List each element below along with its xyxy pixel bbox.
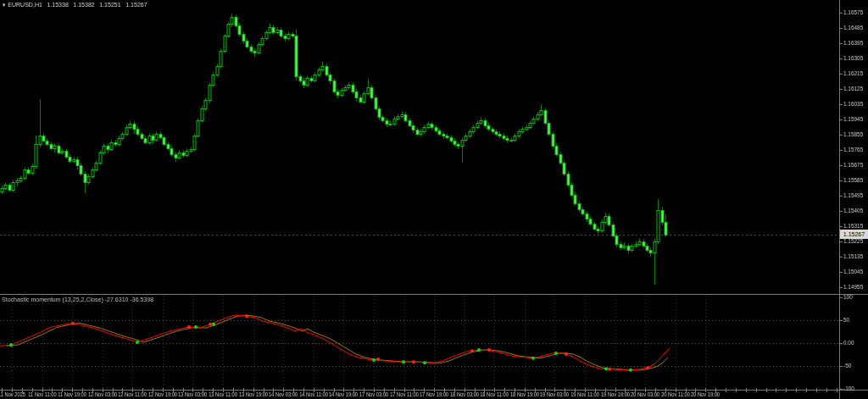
price-axis-label: 1.16395 (843, 40, 863, 46)
indicator-value-1: -27.6310 (105, 296, 129, 303)
price-axis-label: 1.15945 (843, 116, 863, 122)
time-axis-label: 12 Nov 19:00 (148, 391, 177, 397)
time-axis-label: 13 Nov 19:00 (239, 391, 268, 397)
time-axis-label: 17 Nov 19:00 (420, 391, 448, 397)
time-axis-label: 12 Nov 03:00 (88, 391, 117, 397)
indicator-axis-label: 0.00 (843, 340, 854, 346)
chart-title: ▼ EURUSD,H1 1.15338 1.15382 1.15251 1.15… (2, 1, 147, 8)
price-axis-label: 1.15225 (843, 238, 863, 244)
price-axis-label: 1.16215 (843, 70, 863, 76)
price-axis-label: 1.15675 (843, 162, 863, 168)
price-axis-label: 1.16035 (843, 101, 863, 107)
indicator-axis-label: -100 (843, 385, 854, 391)
indicator-title: Stochastic momentum (13,25,2,Close) -27.… (2, 296, 153, 303)
price-axis-label: 1.15855 (843, 131, 863, 137)
time-axis-label: 19 Nov 19:00 (601, 391, 630, 397)
time-axis-label: 11 Nov 11:00 (28, 391, 56, 397)
time-axis-label: 19 Nov 03:00 (540, 391, 569, 397)
ohlc-high: 1.15382 (73, 1, 94, 8)
price-axis-label: 1.16575 (843, 9, 863, 15)
time-axis-label: 11 Nov 2025 (0, 391, 25, 397)
time-axis-label: 13 Nov 03:00 (178, 391, 207, 397)
mt4-chart-window: ▼ EURUSD,H1 1.15338 1.15382 1.15251 1.15… (0, 0, 868, 399)
symbol-timeframe-label: EURUSD,H1 (8, 1, 42, 8)
time-axis-label: 18 Nov 11:00 (480, 391, 509, 397)
indicator-name-label: Stochastic momentum (13,25,2,Close) (2, 296, 103, 303)
time-axis-label: 13 Nov 11:00 (209, 391, 237, 397)
price-axis-label: 1.15765 (843, 147, 863, 152)
ohlc-close: 1.15267 (125, 1, 147, 8)
time-axis-label: 18 Nov 19:00 (510, 391, 539, 397)
ohlc-low: 1.15251 (99, 1, 120, 8)
time-axis-label: 12 Nov 11:00 (118, 391, 147, 397)
time-axis-label: 20 Nov 03:00 (631, 391, 659, 397)
price-axis-label: 1.15045 (843, 269, 863, 274)
symbol-menu-marker-icon[interactable]: ▼ (2, 3, 6, 8)
time-axis-label: 20 Nov 11:00 (661, 391, 690, 397)
price-axis-label: 1.15495 (843, 192, 863, 198)
time-axis-label: 20 Nov 19:00 (691, 391, 720, 397)
time-axis-label: 17 Nov 11:00 (390, 391, 419, 397)
time-axis-label: 11 Nov 19:00 (58, 391, 86, 397)
price-axis-label: 1.16485 (843, 25, 863, 30)
indicator-value-2: -36.5398 (130, 296, 153, 303)
indicator-axis-label: 100 (843, 294, 853, 300)
time-axis-label: 14 Nov 03:00 (269, 391, 298, 397)
indicator-axis-label: -50 (843, 363, 851, 369)
price-axis-label: 1.15405 (843, 208, 863, 213)
price-axis-label: 1.15135 (843, 253, 863, 259)
price-axis-label: 1.16305 (843, 55, 863, 61)
indicator-axis-label: 50 (843, 317, 849, 323)
price-axis-label: 1.16125 (843, 86, 863, 91)
time-axis-label: 18 Nov 03:00 (450, 391, 479, 397)
price-axis-label: 1.15585 (843, 177, 863, 183)
candlestick-chart-canvas[interactable] (0, 0, 868, 399)
price-axis-label: 1.15315 (843, 223, 863, 229)
current-price-badge: 1.15267 (840, 230, 868, 239)
ohlc-open: 1.15338 (47, 1, 68, 8)
time-axis-label: 19 Nov 11:00 (570, 391, 599, 397)
time-axis-label: 14 Nov 11:00 (299, 391, 328, 397)
time-axis-label: 17 Nov 03:00 (359, 391, 388, 397)
price-axis-label: 1.14955 (843, 284, 863, 290)
time-axis-label: 14 Nov 19:00 (329, 391, 358, 397)
